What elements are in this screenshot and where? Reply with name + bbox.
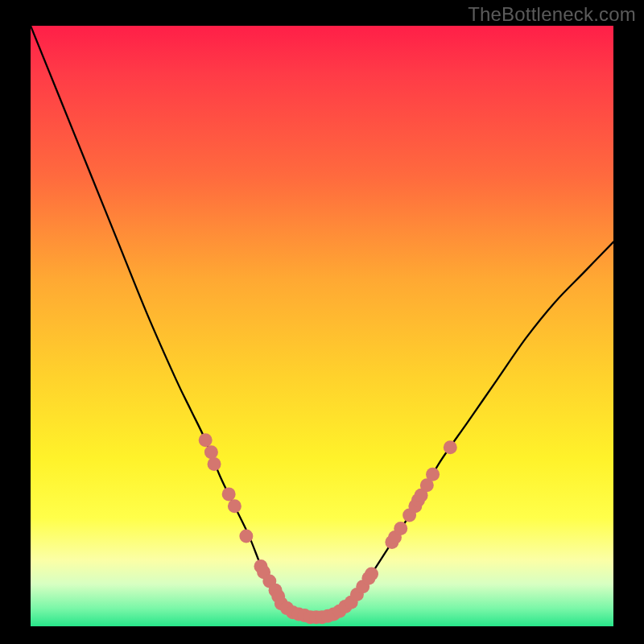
chart-frame: TheBottleneck.com [0, 0, 644, 644]
marker-point [204, 445, 218, 459]
plot-area [31, 26, 613, 626]
attribution-label: TheBottleneck.com [468, 3, 636, 26]
marker-point [222, 487, 236, 501]
marker-point [239, 530, 253, 543]
marker-point [444, 440, 457, 454]
bottleneck-curve [31, 26, 613, 617]
marker-point [394, 522, 407, 535]
marker-point [426, 468, 440, 481]
chart-overlay [31, 26, 613, 626]
marker-point [199, 433, 213, 447]
marker-point [228, 499, 242, 513]
marker-point [365, 568, 378, 581]
marker-point [208, 457, 221, 471]
marker-group [199, 433, 457, 624]
